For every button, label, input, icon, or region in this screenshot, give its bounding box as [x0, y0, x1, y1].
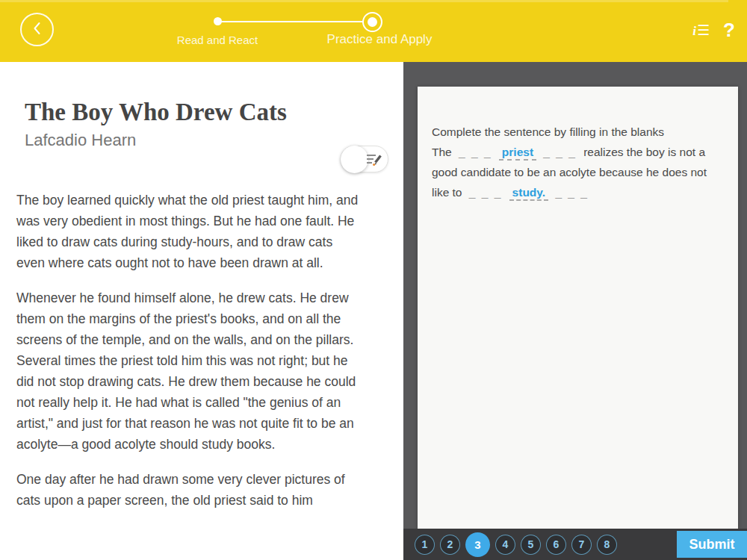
story-paragraph: Whenever he found himself alone, he drew… [16, 287, 362, 455]
step-label-practice-and-apply[interactable]: Practice and Apply [309, 32, 450, 47]
question-number-7[interactable]: 7 [571, 535, 592, 555]
story-title: The Boy Who Drew Cats [25, 96, 403, 128]
blank-slot[interactable]: _ _ _ [555, 186, 588, 199]
blank-slot[interactable]: _ _ _ [543, 146, 576, 158]
toc-i-glyph: i [692, 24, 696, 39]
chevron-left-icon [31, 22, 43, 38]
list-icon: ☰ [697, 22, 710, 39]
question-number-1[interactable]: 1 [415, 535, 435, 555]
question-body: Complete the sentence by filling in the … [418, 87, 738, 202]
question-pager: 1 2 3 4 5 6 7 8 [415, 529, 617, 560]
cloze-sentence: The _ _ _ priest _ _ _ realizes the boy … [432, 142, 723, 202]
story-paragraph: One day after he had drawn some very cle… [16, 469, 362, 511]
app-header: Read and React Practice and Apply i ☰ ? [0, 0, 747, 62]
question-number-4[interactable]: 4 [495, 535, 515, 555]
toggle-knob[interactable] [341, 146, 368, 173]
submit-button[interactable]: Submit [677, 531, 747, 558]
blank-slot[interactable]: _ _ _ [459, 146, 492, 158]
progress-step-inner-dot [368, 17, 377, 27]
sentence-text: The [432, 146, 452, 158]
progress-track [217, 21, 364, 22]
story-paragraph: The boy learned quickly what the old pri… [16, 190, 362, 273]
story-text: The boy learned quickly what the old pri… [16, 190, 362, 511]
answer-word-2[interactable]: study. [509, 186, 549, 201]
question-prompt: Complete the sentence by filling in the … [432, 122, 723, 142]
activity-pane: Complete the sentence by filling in the … [403, 62, 747, 560]
table-of-contents-button[interactable]: i ☰ [692, 22, 710, 39]
question-dock: 1 2 3 4 5 6 7 8 Submit [403, 529, 747, 560]
question-card: Complete the sentence by filling in the … [418, 87, 738, 529]
progress-step-ring-practice[interactable] [362, 12, 382, 32]
question-number-5[interactable]: 5 [521, 535, 541, 555]
annotations-toggle[interactable] [341, 146, 388, 172]
annotation-pencil-icon [366, 152, 382, 171]
help-button[interactable]: ? [723, 19, 735, 42]
question-number-8[interactable]: 8 [597, 535, 617, 555]
question-number-2[interactable]: 2 [440, 535, 460, 555]
main-split: The Boy Who Drew Cats Lafcadio Hearn The… [0, 62, 747, 560]
reader-pane: The Boy Who Drew Cats Lafcadio Hearn The… [0, 62, 403, 560]
back-button[interactable] [20, 13, 54, 46]
question-number-3-active[interactable]: 3 [465, 532, 490, 557]
question-number-6[interactable]: 6 [546, 535, 566, 555]
blank-slot[interactable]: _ _ _ [469, 186, 502, 199]
step-label-read-and-react[interactable]: Read and React [158, 34, 277, 46]
answer-word-1[interactable]: priest [499, 146, 536, 161]
